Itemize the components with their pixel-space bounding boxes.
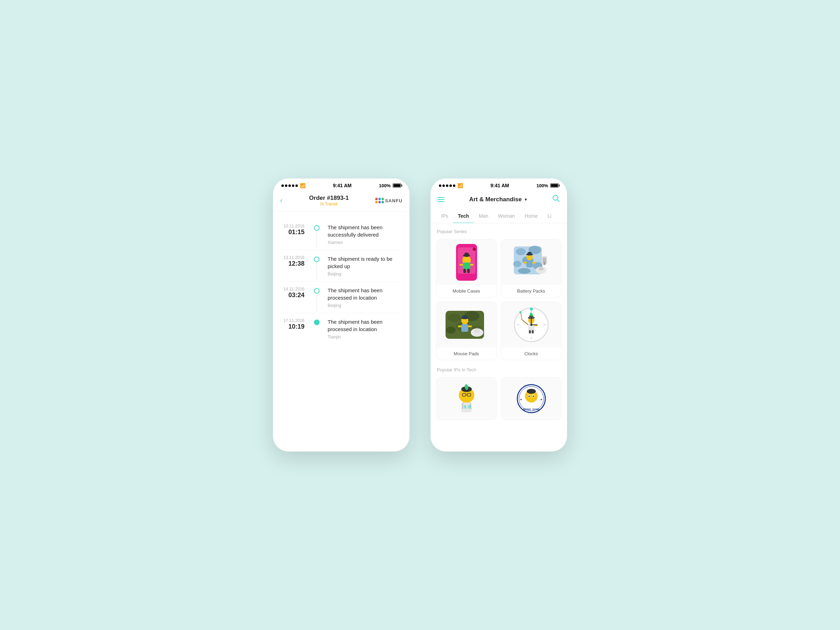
back-button[interactable]: ‹ <box>280 196 283 205</box>
status-left-right: 📶 <box>439 183 463 188</box>
tab-tech[interactable]: Tech <box>453 209 474 223</box>
status-bar-right: 📶 9:41 AM 100% <box>431 178 567 191</box>
tab-li[interactable]: Li <box>543 209 556 223</box>
event-title-2: The shipment is ready to be picked up <box>328 255 403 270</box>
dot-wrapper-2 <box>311 255 322 262</box>
date-day-4: 17.11.2016 <box>280 318 305 323</box>
svg-text:GOSE: GOSE <box>532 408 540 411</box>
signal-dot-r3 <box>446 185 448 187</box>
tab-home[interactable]: Home <box>520 209 543 223</box>
battery-fill-right <box>551 184 558 187</box>
signal-dots <box>281 185 298 187</box>
product-card-battery-packs[interactable]: Battery Packs <box>501 239 561 297</box>
battery-indicator-left <box>393 183 401 188</box>
battery-indicator-right <box>550 183 559 188</box>
status-left: 📶 <box>281 183 306 188</box>
popular-series-label: Popular Series <box>436 229 561 234</box>
timeline-dot-4 <box>314 319 319 325</box>
product-card-mobile-cases[interactable]: Mobile Cases <box>436 239 497 297</box>
ip-card-1[interactable]: 生 活 <box>436 377 497 420</box>
screens-container: 📶 9:41 AM 100% ‹ Order #1893-1 In Transi… <box>273 178 567 452</box>
ip-grid: 生 活 <box>436 377 561 420</box>
svg-rect-40 <box>461 324 468 332</box>
wifi-icon: 📶 <box>300 183 306 188</box>
svg-line-1 <box>557 200 560 202</box>
svg-point-19 <box>513 261 521 267</box>
timeline-content-3: The shipment has been processed in locat… <box>322 287 403 308</box>
svg-point-58 <box>519 311 521 313</box>
dropdown-arrow-icon[interactable]: ▼ <box>524 197 528 202</box>
hamburger-line-1 <box>437 197 445 198</box>
art-header: Art & Merchandise ▼ <box>431 191 567 209</box>
status-time-left: 9:41 AM <box>333 183 351 188</box>
clocks-label: Clocks <box>501 347 561 360</box>
svg-rect-10 <box>467 269 470 273</box>
tab-man[interactable]: Man <box>474 209 493 223</box>
hamburger-line-2 <box>437 199 445 200</box>
timeline-item-3: 14.11.2016 03:24 The shipment has been p… <box>273 282 409 313</box>
art-title: Art & Merchandise <box>469 196 521 203</box>
svg-rect-7 <box>459 264 463 266</box>
svg-point-34 <box>448 314 461 322</box>
svg-point-68 <box>530 308 533 311</box>
ip-card-2[interactable]: MONO GOSE ★ ★ <box>501 377 561 420</box>
svg-rect-42 <box>468 325 472 327</box>
logo-dot-1 <box>375 198 377 200</box>
signal-dots-right <box>439 185 455 187</box>
ip-card-1-image: 生 活 <box>436 377 496 420</box>
battery-packs-label: Battery Packs <box>501 285 561 297</box>
svg-rect-23 <box>526 261 533 267</box>
order-title-block: Order #1893-1 In Transit <box>309 194 349 207</box>
date-day-3: 14.11.2016 <box>280 287 305 292</box>
dot-wrapper-4 <box>311 318 322 325</box>
svg-text:★: ★ <box>540 398 543 401</box>
signal-dot-1 <box>281 185 284 187</box>
svg-text:MONO: MONO <box>523 408 531 411</box>
hamburger-button[interactable] <box>437 197 445 202</box>
event-title-3: The shipment has been processed in locat… <box>328 287 403 302</box>
event-location-4: Tianjin <box>328 334 403 339</box>
battery-pct-left: 100% <box>379 183 391 188</box>
clocks-image <box>501 302 561 347</box>
timeline-date-4: 17.11.2016 10:19 <box>280 318 311 330</box>
event-title-1: The shipment has been successfully deliv… <box>328 224 403 238</box>
signal-dot-2 <box>285 185 287 187</box>
signal-dot-r4 <box>449 185 452 187</box>
popular-ips-label: Popular IPs In Tech <box>436 367 561 373</box>
logo-dot-3 <box>382 198 384 200</box>
svg-point-21 <box>518 268 531 274</box>
svg-point-67 <box>530 324 532 326</box>
search-button[interactable] <box>552 194 560 204</box>
date-time-2: 12:38 <box>280 260 305 267</box>
logo-dot-2 <box>378 198 381 200</box>
product-card-mouse-pads[interactable]: Mouse Pads <box>436 302 497 360</box>
svg-text:★: ★ <box>520 398 522 401</box>
event-location-1: Xiamen <box>328 240 403 245</box>
battery-body-left <box>393 183 401 188</box>
logo-dot-4 <box>375 201 377 203</box>
event-title-4: The shipment has been processed in locat… <box>328 318 403 333</box>
product-card-clocks[interactable]: Clocks <box>501 302 561 360</box>
timeline-item-1: 10.11.2016 01:15 The shipment has been s… <box>273 219 409 250</box>
timeline-item-4: 17.11.2016 10:19 The shipment has been p… <box>273 313 409 344</box>
brand-logo: SANFU <box>375 198 403 203</box>
timeline-line-2 <box>317 262 317 279</box>
signal-dot-4 <box>292 185 294 187</box>
hamburger-line-3 <box>437 201 445 202</box>
event-location-2: Beijing <box>328 271 403 276</box>
signal-dot-r5 <box>453 185 455 187</box>
wifi-icon-right: 📶 <box>458 183 463 188</box>
svg-rect-25 <box>532 262 536 264</box>
svg-point-16 <box>516 248 526 255</box>
date-day-1: 10.11.2016 <box>280 224 305 229</box>
tab-woman[interactable]: Woman <box>493 209 520 223</box>
tab-ips[interactable]: IPs <box>436 209 453 223</box>
svg-point-46 <box>474 328 480 333</box>
ip-character-2-svg: MONO GOSE ★ ★ <box>516 383 547 414</box>
timeline-date-2: 13.11.2016 12:38 <box>280 255 311 267</box>
order-phone: 📶 9:41 AM 100% ‹ Order #1893-1 In Transi… <box>273 178 409 452</box>
svg-point-32 <box>538 267 543 270</box>
date-time-4: 10:19 <box>280 323 305 330</box>
ip-character-1-svg: 生 活 <box>451 383 482 414</box>
svg-rect-44 <box>463 315 467 319</box>
